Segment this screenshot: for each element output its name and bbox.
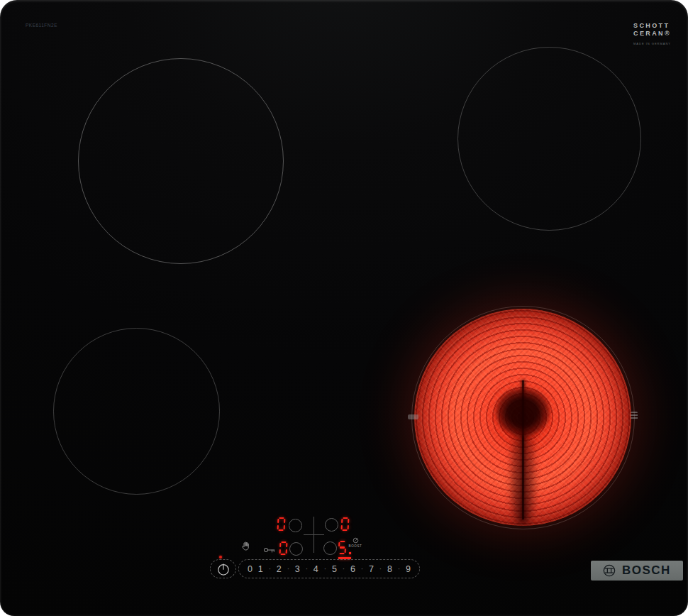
schott-logo-line2: CERAN®: [633, 30, 671, 38]
display-front-left: [279, 541, 288, 555]
slider-separator-dot: ·: [379, 565, 382, 573]
slider-level-4[interactable]: 4: [314, 564, 318, 574]
bosch-badge: BOSCH: [591, 561, 683, 581]
display-back-right: [341, 517, 350, 531]
zone-select-back-right-button[interactable]: [325, 518, 338, 532]
burner-zone-back-right: [457, 47, 641, 231]
slider-separator-dot: ·: [398, 565, 400, 573]
boost-icon: [353, 537, 359, 544]
boost-label: BOOST: [345, 544, 366, 548]
zone-selector-divider-horizontal: [304, 534, 324, 535]
zone-select-back-left-button[interactable]: [289, 519, 302, 532]
power-level-slider[interactable]: 01·2·3·4·5·6·7·8·9: [238, 559, 420, 578]
slider-separator-dot: ·: [287, 565, 289, 573]
zone-select-front-left-button[interactable]: [289, 542, 303, 556]
slider-level-1[interactable]: 1: [258, 564, 263, 574]
display-front-right-decimal-dot: [349, 552, 351, 554]
slider-level-3[interactable]: 3: [295, 564, 300, 574]
schott-ceran-logo: SCHOTT CERAN® MADE IN GERMANY: [633, 22, 671, 45]
bosch-armature-icon: [602, 563, 616, 578]
power-icon: [216, 561, 231, 578]
heating-element-sensor-shadow: [495, 387, 550, 436]
wipe-protection-button[interactable]: [240, 541, 252, 552]
slider-level-6[interactable]: 6: [350, 564, 355, 574]
slider-level-0[interactable]: 0: [248, 564, 253, 574]
slider-separator-dot: ·: [361, 565, 363, 573]
burner-zone-front-left: [53, 328, 220, 495]
element-clip-left: [408, 414, 418, 419]
slider-separator-dot: ·: [343, 565, 345, 573]
slider-separator-dot: ·: [324, 565, 326, 573]
ceramic-glass-surface: PKE611FN2E SCHOTT CERAN® MADE IN GERMANY: [0, 0, 688, 616]
slider-level-2[interactable]: 2: [277, 564, 282, 574]
bosch-logo-text: BOSCH: [622, 563, 671, 578]
key-icon: [263, 546, 276, 554]
child-lock-button[interactable]: [263, 544, 276, 551]
boost-button[interactable]: BOOST: [345, 537, 366, 548]
power-button[interactable]: [210, 559, 236, 578]
burner-zone-front-right-glowing-element: [414, 309, 631, 526]
cooktop-photo: PKE611FN2E SCHOTT CERAN® MADE IN GERMANY: [0, 0, 688, 616]
slider-level-5[interactable]: 5: [332, 564, 337, 574]
slider-separator-dot: ·: [306, 565, 308, 573]
zone-select-front-right-button[interactable]: [323, 541, 337, 555]
burner-zone-back-left: [78, 58, 284, 264]
display-back-left: [277, 517, 286, 531]
schott-logo-tagline: MADE IN GERMANY: [633, 42, 671, 45]
slider-level-9[interactable]: 9: [406, 564, 411, 574]
hand-icon: [240, 541, 252, 552]
element-clip-right: [631, 412, 638, 420]
power-indicator-led: [219, 556, 222, 559]
slider-level-8[interactable]: 8: [387, 564, 392, 574]
slider-level-7[interactable]: 7: [369, 564, 374, 574]
model-number: PKE611FN2E: [26, 23, 57, 28]
slider-separator-dot: ·: [269, 565, 271, 573]
schott-logo-line1: SCHOTT: [633, 22, 671, 30]
